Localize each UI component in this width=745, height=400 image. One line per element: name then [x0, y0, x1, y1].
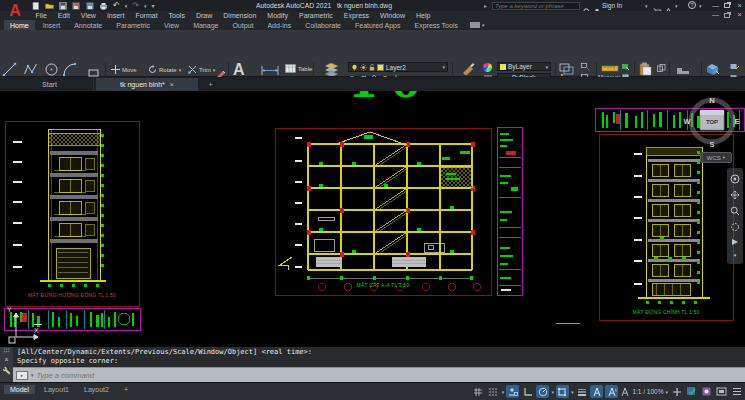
save-as-icon[interactable] — [72, 2, 81, 10]
ribbon-tab-collaborate[interactable]: Collaborate — [299, 20, 347, 30]
open-file-icon[interactable] — [45, 2, 54, 10]
undo-caret-icon[interactable]: ▾ — [125, 3, 128, 9]
annotation-scale-icon[interactable] — [620, 385, 630, 398]
ribbon-tab-addins[interactable]: Add-ins — [261, 20, 297, 30]
close-button[interactable]: × — [735, 2, 744, 9]
command-grip-icon[interactable] — [3, 348, 10, 353]
ribbon-tab-manage[interactable]: Manage — [187, 20, 224, 30]
ribbon-minimize-caret-icon[interactable]: ▾ — [482, 22, 485, 28]
ribbon-minimize-icon[interactable] — [470, 22, 480, 28]
menu-window[interactable]: Window — [375, 12, 411, 19]
file-tab-close-icon[interactable]: × — [170, 81, 174, 88]
zoom-icon[interactable] — [730, 206, 740, 216]
viewcube[interactable]: N S W E TOP — [683, 93, 741, 151]
ribbon-tab-home[interactable]: Home — [4, 20, 35, 30]
command-prompt-icon[interactable]: ▸ — [16, 371, 28, 380]
east-elevation-caption[interactable]: MẶT ĐỨNG HƯỚNG ĐÔNG TL 1:50 — [4, 292, 140, 298]
dynamic-input-icon[interactable] — [506, 385, 519, 398]
color-dropdown[interactable]: ByLayer▾ — [497, 62, 551, 71]
ungroup-icon[interactable] — [581, 63, 590, 71]
command-close-icon[interactable]: × — [4, 356, 8, 363]
annotation-scale-value[interactable]: 1:1 / 100% — [632, 388, 663, 395]
new-layout-button[interactable]: + — [118, 385, 134, 394]
navbar-caret-icon[interactable]: ▾ — [734, 252, 737, 258]
restore-button[interactable] — [724, 3, 730, 8]
help-caret-icon[interactable]: ▾ — [699, 3, 702, 9]
osnap-caret-icon[interactable]: ▾ — [571, 389, 574, 395]
navigation-bar[interactable]: ▾ — [727, 168, 743, 264]
drawing-section-aa[interactable]: MẶT CẮT A-A TL 1:50 — [274, 127, 492, 296]
help-icon[interactable]: ? — [688, 1, 696, 9]
doc-close-button[interactable]: × — [735, 11, 744, 18]
doc-restore-button[interactable] — [724, 13, 730, 18]
minimize-button[interactable]: — — [711, 2, 720, 9]
snap-caret-icon[interactable]: ▾ — [502, 389, 505, 395]
menu-modify[interactable]: Modify — [262, 12, 294, 19]
polar-tracking-icon[interactable] — [536, 385, 549, 398]
drawing-notes-strip[interactable] — [497, 127, 523, 296]
menu-edit[interactable]: Edit — [52, 12, 75, 19]
drawing-east-elevation[interactable]: MẶT ĐỨNG HƯỚNG ĐÔNG TL 1:50 — [4, 120, 140, 307]
menu-tools[interactable]: Tools — [163, 12, 190, 19]
menu-file[interactable]: File — [30, 12, 52, 19]
command-customize-wrench-icon[interactable] — [2, 366, 11, 375]
file-tab-start[interactable]: Start — [6, 78, 94, 91]
ribbon-tab-featured-apps[interactable]: Featured Apps — [349, 20, 407, 30]
main-elevation-caption[interactable]: MẶT ĐỨNG CHÍNH TL 1:50 — [598, 309, 734, 315]
show-motion-icon[interactable] — [730, 238, 740, 246]
scale-caret-icon[interactable]: ▾ — [665, 389, 668, 395]
new-tab-button[interactable]: + — [205, 79, 216, 90]
menu-help[interactable]: Help — [411, 12, 436, 19]
viewcube-top-face[interactable]: TOP — [706, 119, 718, 125]
wcs-dropdown[interactable]: WCS▾ — [700, 152, 732, 163]
color-wheel-icon[interactable] — [483, 63, 492, 72]
viewcube-west[interactable]: W — [683, 117, 691, 126]
menu-parametric[interactable]: Parametric — [293, 12, 338, 19]
section-aa-geometry[interactable] — [274, 127, 492, 296]
new-file-icon[interactable] — [32, 2, 40, 10]
doc-minimize-button[interactable]: — — [711, 11, 720, 18]
customization-icon[interactable] — [730, 385, 743, 398]
command-options-caret-icon[interactable]: ▾ — [31, 372, 34, 378]
redo-icon[interactable]: ↷ — [132, 2, 139, 10]
layer-dropdown[interactable]: Layer2 ▾ — [348, 62, 448, 72]
orbit-icon[interactable] — [730, 222, 740, 232]
search-input[interactable] — [492, 2, 580, 10]
osnap-icon[interactable] — [556, 385, 569, 398]
annotation-visibility-icon[interactable] — [590, 385, 603, 398]
save-icon[interactable] — [59, 2, 67, 10]
menu-view[interactable]: View — [75, 12, 101, 19]
ribbon-tab-output[interactable]: Output — [226, 20, 259, 30]
qat-customize-icon[interactable]: ▾ — [151, 2, 154, 9]
undo-icon[interactable]: ↶ — [113, 2, 120, 10]
large-green-annotation-text[interactable]: 10 — [348, 91, 458, 104]
layout1-tab[interactable]: Layout1 — [38, 385, 75, 394]
command-input[interactable] — [37, 369, 745, 381]
model-tab[interactable]: Model — [4, 385, 35, 394]
table-button[interactable]: Table — [285, 64, 312, 73]
menu-insert[interactable]: Insert — [101, 12, 130, 19]
signin-caret-icon[interactable]: ▾ — [645, 3, 648, 9]
move-button[interactable]: Move — [111, 64, 148, 75]
ribbon-tab-express-tools[interactable]: Express Tools — [409, 20, 464, 30]
quick-select-icon[interactable] — [621, 63, 630, 71]
plot-icon[interactable] — [99, 2, 108, 10]
isolate-objects-icon[interactable] — [700, 385, 713, 398]
add-scales-icon[interactable] — [670, 385, 683, 398]
east-elevation-geometry[interactable] — [4, 120, 140, 307]
ortho-icon[interactable] — [521, 385, 534, 398]
menu-draw[interactable]: Draw — [190, 12, 217, 19]
edit-block-icon[interactable] — [730, 63, 740, 71]
viewcube-south[interactable]: S — [709, 140, 714, 149]
grid-icon[interactable] — [472, 385, 485, 398]
ribbon-tab-view[interactable]: View — [158, 20, 185, 30]
stray-dash[interactable] — [556, 323, 580, 324]
polar-caret-icon[interactable]: ▾ — [551, 389, 554, 395]
section-aa-caption[interactable]: MẶT CẮT A-A TL 1:50 — [274, 282, 492, 288]
annotation-autoscale-icon[interactable] — [605, 385, 618, 398]
file-tab-active[interactable]: tk nguen binh* × — [96, 78, 198, 91]
clean-screen-icon[interactable] — [715, 385, 728, 398]
ribbon-tab-parametric[interactable]: Parametric — [110, 20, 156, 30]
ribbon-tab-annotate[interactable]: Annotate — [68, 20, 108, 30]
viewcube-north[interactable]: N — [709, 96, 714, 105]
